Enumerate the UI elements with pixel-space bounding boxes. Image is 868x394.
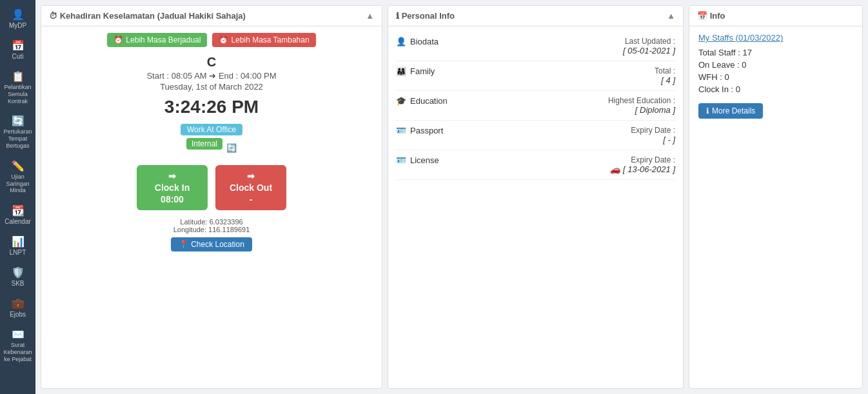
calendar-info-icon: 📅 [697,11,707,21]
sidebar-item-calendar[interactable]: 📆 Calendar [0,199,35,230]
attendance-panel: ⏱ Kehadiran Keselamatan (Jadual Hakiki S… [41,5,382,389]
my-staffs-link[interactable]: My Staffs (01/03/2022) [698,33,853,43]
location-icon: 📍 [179,240,188,249]
education-label: 🎓 Education [396,96,448,106]
passport-right: Expiry Date : [ - ] [631,126,675,144]
ejobs-icon: 💼 [12,297,25,310]
family-right: Total : [ 4 ] [655,66,675,85]
personal-info-panel: ℹ Personal Info ▲ 👤 Biodata Last Updated… [388,5,684,389]
info-header-icon: ℹ [396,11,399,21]
attendance-panel-title: ⏱ Kehadiran Keselamatan (Jadual Hakiki S… [49,11,246,21]
longitude-display: Longitude: 116.1189691 [173,226,250,233]
main-content: ⏱ Kehadiran Keselamatan (Jadual Hakiki S… [35,0,868,394]
attendance-body: ⏰ Lebih Masa Berjadual ⏰ Lebih Masa Tamb… [41,26,382,258]
clock-in-stat: Clock In : 0 [698,84,853,94]
sidebar-item-ejobs[interactable]: 💼 Ejobs [0,292,35,323]
passport-row[interactable]: 🪪 Passport Expiry Date : [ - ] [396,121,675,150]
info-right-body: My Staffs (01/03/2022) Total Staff : 17 … [689,26,862,125]
passport-icon: 🪪 [396,126,406,135]
personal-info-body: 👤 Biodata Last Updated : [ 05-01-2021 ] … [388,26,683,185]
sidebar-item-cuti[interactable]: 📅 Cuti [0,34,35,65]
personal-info-header: ℹ Personal Info ▲ [388,6,683,26]
surat-icon: ✉️ [12,328,25,340]
skb-icon: 🛡️ [12,266,25,279]
education-icon: 🎓 [396,96,406,106]
total-staff-stat: Total Staff : 17 [698,48,853,57]
education-right: Highest Education : [ Diploma ] [608,96,675,115]
schedule-time: Start : 08:05 AM ➜ End : 04:00 PM [146,71,276,81]
mydp-icon: 👤 [12,8,25,21]
internal-badge: Internal [186,138,222,150]
signin-icon: ➡ [168,171,176,181]
clock-icon-tambahan: ⏰ [219,35,228,44]
pelantikan-icon: 📋 [12,70,25,83]
family-icon: 👨‍👩‍👧 [396,66,406,76]
biodata-icon: 👤 [396,37,406,46]
schedule-code: C [207,55,216,70]
info-right-title: 📅 Info [697,11,725,21]
wfh-stat: WFH : 0 [698,72,853,82]
btn-berjadual[interactable]: ⏰ Lebih Masa Berjadual [107,33,207,47]
location-info: Latitude: 6.0323396 Longitude: 116.11896… [173,218,250,233]
schedule-date: Tuesday, 1st of March 2022 [160,82,263,92]
lnpt-icon: 📊 [12,235,25,248]
more-details-button[interactable]: ℹ More Details [698,103,763,119]
education-row[interactable]: 🎓 Education Highest Education : [ Diplom… [396,91,675,121]
attendance-chevron[interactable]: ▲ [366,11,374,21]
license-right: Expiry Date : 🚗 [ 13-06-2021 ] [610,155,675,174]
pertukaran-icon: 🔄 [12,115,25,127]
sidebar-item-mydp[interactable]: 👤 MyDP [0,3,35,34]
sidebar-item-pelantikan[interactable]: 📋 Pelantikan Semula Kontrak [0,65,35,110]
family-label: 👨‍👩‍👧 Family [396,66,435,76]
sidebar-item-pertukaran[interactable]: 🔄 Pertukaran Tempat Bertugas [0,110,35,154]
clock-out-button[interactable]: ➡ Clock Out - [215,165,286,210]
latitude-display: Latitude: 6.0323396 [173,218,250,226]
on-leave-stat: On Leave : 0 [698,60,853,70]
license-row[interactable]: 🪪 License Expiry Date : 🚗 [ 13-06-2021 ] [396,150,675,180]
ujian-icon: ✏️ [12,160,25,172]
biodata-right: Last Updated : [ 05-01-2021 ] [623,37,675,55]
personal-info-title: ℹ Personal Info [396,11,455,21]
sidebar-item-skb[interactable]: 🛡️ SKB [0,261,35,292]
family-row[interactable]: 👨‍👩‍👧 Family Total : [ 4 ] [396,61,675,91]
check-location-button[interactable]: 📍 Check Location [171,237,252,251]
info-right-header: 📅 Info [689,6,862,26]
cuti-icon: 📅 [12,39,25,52]
info-right-panel: 📅 Info My Staffs (01/03/2022) Total Staf… [689,5,863,389]
personal-chevron[interactable]: ▲ [667,11,675,21]
clock-header-icon: ⏱ [49,11,57,21]
sidebar-item-surat[interactable]: ✉️ Surat Kebenaran ke Pejabat [0,323,35,368]
refresh-icon[interactable]: 🔄 [226,143,237,153]
clock-icon-berjadual: ⏰ [113,35,123,44]
clock-display: 3:24:26 PM [164,97,259,117]
license-icon: 🪪 [396,155,406,165]
btn-tambahan[interactable]: ⏰ Lebih Masa Tambahan [212,33,315,47]
biodata-row[interactable]: 👤 Biodata Last Updated : [ 05-01-2021 ] [396,32,675,61]
attendance-panel-header: ⏱ Kehadiran Keselamatan (Jadual Hakiki S… [41,6,382,26]
calendar-icon: 📆 [12,204,25,217]
biodata-label: 👤 Biodata [396,37,439,46]
sidebar: 👤 MyDP 📅 Cuti 📋 Pelantikan Semula Kontra… [0,0,35,394]
license-label: 🪪 License [396,155,439,165]
overtime-buttons: ⏰ Lebih Masa Berjadual ⏰ Lebih Masa Tamb… [107,33,315,47]
signout-icon: ➡ [247,171,255,181]
more-details-icon: ℹ [706,106,709,115]
work-type-badge: Work At Office [181,124,242,135]
sidebar-item-ujian[interactable]: ✏️ Ujian Saringan Minda [0,155,35,199]
clock-in-button[interactable]: ➡ Clock In 08:00 [137,165,208,210]
clock-buttons: ➡ Clock In 08:00 ➡ Clock Out - [137,165,286,210]
sidebar-item-lnpt[interactable]: 📊 LNPT [0,230,35,261]
passport-label: 🪪 Passport [396,126,443,135]
